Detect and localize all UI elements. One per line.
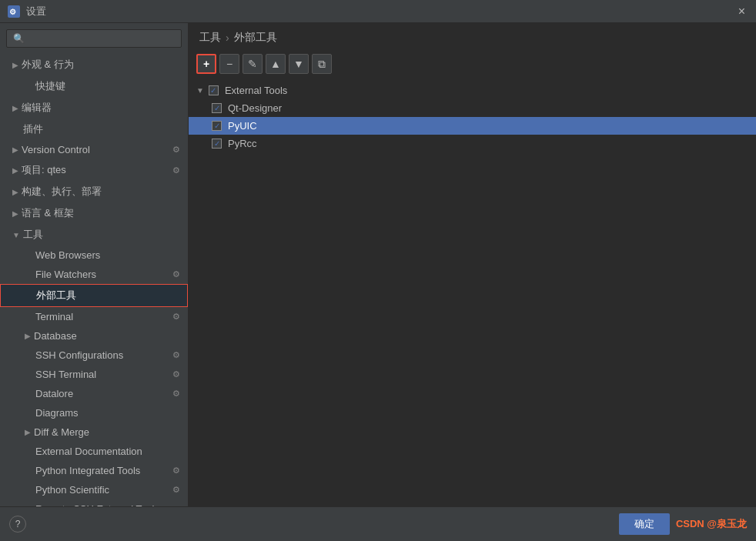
sidebar-item-diff-merge[interactable]: ▶Diff & Merge [0,422,188,442]
sidebar-item-label: Diagrams [35,407,182,419]
add-button[interactable]: + [196,54,216,74]
content-area: 工具 › 外部工具 + − ✎ ▲ ▼ ⧉ ▼External ToolsQt-… [189,23,756,506]
sidebar-item-label: 项目: qtes [22,163,171,177]
tree-item-label: PyRcc [228,138,257,149]
checkbox[interactable] [212,103,222,113]
sidebar-item-label: Python Integrated Tools [35,465,171,476]
sidebar-item-label: File Watchers [35,269,171,280]
sidebar-item-label: 外观 & 行为 [22,58,182,72]
expand-arrow: ▶ [12,209,18,218]
expand-arrow: ▶ [12,61,18,69]
breadcrumb-separator: › [226,32,229,44]
checkbox[interactable] [212,139,222,149]
sidebar-item-web-browsers[interactable]: Web Browsers [0,245,188,265]
tree-area: ▼External ToolsQt-DesignerPyUICPyRcc [189,78,756,506]
sidebar-item-ssh-configurations[interactable]: SSH Configurations⚙ [0,346,188,365]
sidebar-item-file-watchers[interactable]: File Watchers⚙ [0,265,188,284]
sidebar-item-shortcuts[interactable]: 快捷键 [0,75,188,97]
sidebar-item-datalore[interactable]: Datalore⚙ [0,384,188,403]
tree-item-external-tools-group[interactable]: ▼External Tools [189,82,756,99]
expand-arrow: ▶ [25,428,31,436]
sidebar-item-python-scientific[interactable]: Python Scientific⚙ [0,480,188,499]
sidebar-item-tools[interactable]: ▼工具 [0,224,188,245]
sidebar-item-project[interactable]: ▶项目: qtes⚙ [0,159,188,181]
help-button[interactable]: ? [9,516,26,533]
sidebar-item-label: SSH Configurations [35,349,171,361]
sidebar-item-remote-ssh[interactable]: Remote SSH External Tools [0,499,188,506]
toolbar: + − ✎ ▲ ▼ ⧉ [189,51,756,78]
bottom-bar: ? 确定 CSDN @泉玉龙 [0,506,756,541]
settings-icon: ⚙ [171,369,182,380]
sidebar-item-label: 工具 [23,228,182,242]
sidebar-item-python-integrated[interactable]: Python Integrated Tools⚙ [0,461,188,480]
sidebar-item-label: Terminal [35,311,171,322]
settings-icon: ⚙ [171,165,182,175]
copy-button[interactable]: ⧉ [312,54,332,74]
sidebar-item-terminal[interactable]: Terminal⚙ [0,307,188,326]
settings-icon: ⚙ [171,312,182,322]
sidebar-list: ▶外观 & 行为快捷键▶编辑器插件▶Version Control⚙▶项目: q… [0,54,188,506]
confirm-button[interactable]: 确定 [619,513,670,535]
edit-button[interactable]: ✎ [243,54,263,74]
checkbox[interactable] [212,121,222,131]
watermark: CSDN @泉玉龙 [676,517,747,531]
search-box [0,23,188,54]
sidebar-item-label: 插件 [23,122,182,136]
window-title: 设置 [26,5,46,18]
sidebar-item-label: Version Control [22,144,171,155]
tree-item-label: PyUIC [228,120,257,132]
settings-icon: ⚙ [171,145,182,155]
sidebar-item-editor[interactable]: ▶编辑器 [0,97,188,119]
sidebar-item-label: 快捷键 [35,79,182,93]
sidebar-item-build[interactable]: ▶构建、执行、部署 [0,181,188,202]
sidebar-item-plugins[interactable]: 插件 [0,119,188,140]
sidebar-item-label: 编辑器 [22,101,182,115]
settings-icon: ⚙ [171,389,182,399]
tree-item-pyrcc[interactable]: PyRcc [189,135,756,152]
sidebar-item-database[interactable]: ▶Database [0,326,188,346]
tree-item-qt-designer[interactable]: Qt-Designer [189,99,756,117]
dialog-body: ▶外观 & 行为快捷键▶编辑器插件▶Version Control⚙▶项目: q… [0,23,756,506]
bottom-right: 确定 CSDN @泉玉龙 [619,513,747,535]
breadcrumb: 工具 › 外部工具 [189,23,756,51]
close-button[interactable]: × [735,5,748,18]
breadcrumb-item-2: 外部工具 [234,31,277,45]
expand-arrow: ▶ [12,188,18,196]
expand-arrow: ▼ [12,231,20,239]
sidebar-item-label: 语言 & 框架 [22,206,182,220]
sidebar-item-label: 构建、执行、部署 [22,185,182,199]
sidebar-item-label: Web Browsers [35,249,182,261]
sidebar-item-label: SSH Terminal [35,369,171,380]
expand-arrow: ▶ [12,104,18,112]
checkbox[interactable] [209,85,219,95]
expand-arrow: ▶ [25,332,31,340]
tree-item-pyuic[interactable]: PyUIC [189,117,756,135]
breadcrumb-item-1: 工具 [199,31,221,45]
title-bar: ⚙ 设置 × [0,0,756,23]
sidebar-item-version-control[interactable]: ▶Version Control⚙ [0,140,188,159]
settings-icon: ⚙ [171,466,182,476]
svg-text:⚙: ⚙ [9,8,16,16]
sidebar-item-ssh-terminal[interactable]: SSH Terminal⚙ [0,365,188,384]
settings-icon: ⚙ [171,485,182,496]
title-bar-left: ⚙ 设置 [8,5,46,18]
sidebar-item-diagrams[interactable]: Diagrams [0,403,188,422]
remove-button[interactable]: − [219,54,239,74]
sidebar-item-appearance[interactable]: ▶外观 & 行为 [0,54,188,75]
sidebar-item-label: External Documentation [35,446,182,457]
sidebar-item-external-doc[interactable]: External Documentation [0,442,188,461]
sidebar: ▶外观 & 行为快捷键▶编辑器插件▶Version Control⚙▶项目: q… [0,23,189,506]
search-input[interactable] [6,29,182,48]
tree-item-label: External Tools [225,85,287,96]
expand-arrow: ▶ [12,145,18,154]
tree-item-label: Qt-Designer [228,102,282,114]
expand-arrow: ▶ [12,166,18,175]
sidebar-item-external-tools[interactable]: 外部工具 [0,284,188,307]
app-icon: ⚙ [8,5,20,18]
move-down-button[interactable]: ▼ [289,54,309,74]
sidebar-item-language[interactable]: ▶语言 & 框架 [0,202,188,224]
sidebar-item-label: 外部工具 [36,289,181,302]
move-up-button[interactable]: ▲ [266,54,286,74]
settings-icon: ⚙ [171,269,182,280]
settings-icon: ⚙ [171,350,182,361]
